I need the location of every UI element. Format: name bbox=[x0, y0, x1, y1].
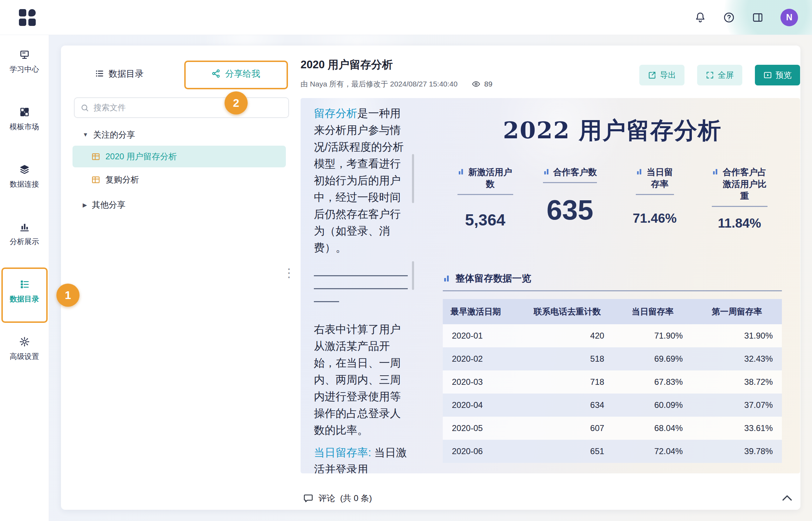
cell-date: 2020-05 bbox=[443, 417, 526, 440]
layout-panel-icon[interactable] bbox=[752, 12, 764, 23]
notes-scrollbar[interactable] bbox=[412, 154, 414, 203]
note-text: 是一种用来分析用户参与情况/活跃程度的分析模型，考查看进行初始行为后的用户中，经… bbox=[314, 107, 404, 254]
cell-date: 2020-03 bbox=[443, 370, 526, 394]
cell-date: 2020-02 bbox=[443, 347, 526, 370]
notifications-bell-icon[interactable] bbox=[694, 12, 706, 23]
comments-toggle[interactable]: 评论 (共 0 条) bbox=[303, 486, 372, 510]
table-header: 联系电话去重计数 bbox=[526, 299, 613, 324]
table-row: 2020-05 607 68.04% 33.61% bbox=[443, 417, 782, 440]
kpi-chart-icon bbox=[636, 168, 644, 175]
comments-label: 评论 bbox=[318, 493, 335, 504]
sidebar-item-label: 数据连接 bbox=[10, 179, 39, 189]
sidebar-item-template-market[interactable]: 模板市场 bbox=[4, 98, 46, 140]
sidebar-item-label: 模板市场 bbox=[10, 122, 39, 132]
notes-scrollbar[interactable] bbox=[412, 261, 414, 290]
table-row: 2020-01 420 71.90% 31.90% bbox=[443, 324, 782, 347]
notes-column: 留存分析是一种用来分析用户参与情况/活跃程度的分析模型，考查看进行初始行为后的用… bbox=[310, 98, 415, 473]
tree-item-label: 复购分析 bbox=[105, 174, 139, 185]
learning-center-icon bbox=[19, 49, 30, 60]
cell-count: 634 bbox=[526, 394, 613, 417]
fullscreen-icon bbox=[706, 71, 714, 79]
kpi-partner-ratio: 合作客户占激活用户比重 11.84% bbox=[697, 166, 782, 231]
chevron-up-icon bbox=[780, 491, 794, 505]
kpi-label: 合作客户占激活用户比重 bbox=[722, 166, 768, 202]
main-background: 数据目录 分享给我 ▼ 关注的分享 bbox=[49, 35, 812, 521]
template-market-icon bbox=[19, 106, 30, 118]
table-header: 当日留存率 bbox=[613, 299, 692, 324]
cell-day-retention: 69.69% bbox=[613, 347, 692, 370]
sidebar-item-label: 学习中心 bbox=[10, 64, 39, 74]
preview-button[interactable]: 预览 bbox=[755, 65, 800, 85]
file-panel: 数据目录 分享给我 ▼ 关注的分享 bbox=[61, 46, 290, 510]
note-link: 留存分析 bbox=[314, 107, 357, 119]
analysis-display-icon bbox=[19, 221, 30, 232]
cell-count: 651 bbox=[526, 440, 613, 463]
cell-day-retention: 71.90% bbox=[613, 324, 692, 347]
cell-week-retention: 37.07% bbox=[692, 394, 782, 417]
cell-day-retention: 67.83% bbox=[613, 370, 692, 394]
cell-week-retention: 38.72% bbox=[692, 370, 782, 394]
sidebar-item-analysis-display[interactable]: 分析展示 bbox=[4, 213, 46, 255]
fullscreen-button[interactable]: 全屏 bbox=[697, 65, 742, 85]
note-paragraph-bottom: 当日留存率: 当日激活并登录用 bbox=[314, 444, 408, 473]
tree-item-repurchase-analysis[interactable]: 复购分析 bbox=[73, 169, 286, 190]
sidebar-item-learning-center[interactable]: 学习中心 bbox=[4, 41, 46, 83]
export-icon bbox=[648, 71, 656, 79]
page-title: 2020 用户留存分析 bbox=[301, 57, 393, 72]
annotation-step-2-badge: 2 bbox=[225, 91, 248, 114]
tab-label: 数据目录 bbox=[109, 68, 144, 79]
data-connection-icon bbox=[19, 164, 30, 175]
search-box bbox=[74, 97, 289, 118]
note-link: 当日留存率: bbox=[314, 446, 371, 459]
cell-week-retention: 39.78% bbox=[692, 440, 782, 463]
header-buttons: 导出 全屏 预览 bbox=[639, 65, 800, 85]
cell-week-retention: 32.43% bbox=[692, 347, 782, 370]
cell-count: 420 bbox=[526, 324, 613, 347]
user-avatar[interactable]: N bbox=[780, 9, 798, 26]
tree-group-label: 关注的分享 bbox=[93, 129, 135, 140]
cell-count: 607 bbox=[526, 417, 613, 440]
kpi-label: 新激活用户数 bbox=[468, 166, 513, 190]
cell-date: 2020-01 bbox=[443, 324, 526, 347]
nav-sidebar: 学习中心 模板市场 数据连接 分析展示 bbox=[0, 35, 49, 521]
tab-data-catalog[interactable]: 数据目录 bbox=[95, 62, 144, 85]
content-card: 数据目录 分享给我 ▼ 关注的分享 bbox=[61, 46, 800, 510]
tab-label: 分享给我 bbox=[225, 68, 260, 79]
tree-group-followed-shares[interactable]: ▼ 关注的分享 bbox=[61, 125, 288, 144]
tab-shared-with-me[interactable]: 分享给我 bbox=[211, 62, 260, 85]
sidebar-item-data-catalog[interactable]: 数据目录 bbox=[4, 270, 46, 312]
share-icon bbox=[211, 69, 221, 78]
dashboard-grid-icon bbox=[91, 175, 101, 185]
fullscreen-label: 全屏 bbox=[718, 70, 734, 81]
cell-date: 2020-04 bbox=[443, 394, 526, 417]
dashboard-grid-icon bbox=[91, 152, 101, 161]
search-input[interactable] bbox=[94, 103, 283, 112]
kpi-value: 635 bbox=[546, 198, 593, 222]
sidebar-item-label: 分析展示 bbox=[10, 237, 39, 246]
sidebar-item-advanced-settings[interactable]: 高级设置 bbox=[4, 328, 46, 370]
table-header-row: 最早激活日期 联系电话去重计数 当日留存率 第一周留存率 bbox=[443, 299, 782, 324]
cell-count: 518 bbox=[526, 347, 613, 370]
cell-week-retention: 33.61% bbox=[692, 417, 782, 440]
help-icon[interactable] bbox=[723, 12, 735, 23]
section-chart-icon bbox=[443, 274, 451, 283]
preview-label: 预览 bbox=[776, 70, 792, 81]
kpi-chart-icon bbox=[543, 168, 551, 175]
comments-count: (共 0 条) bbox=[340, 493, 372, 504]
comment-icon bbox=[303, 493, 314, 503]
sidebar-item-data-connection[interactable]: 数据连接 bbox=[4, 155, 46, 197]
tree-group-other-shares[interactable]: ▶ 其他分享 bbox=[61, 195, 288, 214]
tree-item-2020-retention[interactable]: 2020 用户留存分析 bbox=[73, 146, 286, 167]
kpi-value: 11.84% bbox=[718, 216, 761, 231]
eye-icon bbox=[472, 79, 481, 89]
tree-group-label: 其他分享 bbox=[92, 199, 125, 210]
note-divider-lines bbox=[314, 275, 408, 302]
note-paragraph-top: 留存分析是一种用来分析用户参与情况/活跃程度的分析模型，考查看进行初始行为后的用… bbox=[314, 105, 408, 263]
dashboard-preview: 留存分析是一种用来分析用户参与情况/活跃程度的分析模型，考查看进行初始行为后的用… bbox=[301, 98, 800, 473]
kpi-label: 当日留存率 bbox=[646, 166, 674, 190]
app-logo[interactable] bbox=[19, 9, 36, 26]
top-bar: N bbox=[0, 0, 812, 35]
export-button[interactable]: 导出 bbox=[639, 65, 684, 85]
collapse-panel-button[interactable] bbox=[780, 491, 794, 505]
tree-item-label: 2020 用户留存分析 bbox=[105, 151, 177, 162]
